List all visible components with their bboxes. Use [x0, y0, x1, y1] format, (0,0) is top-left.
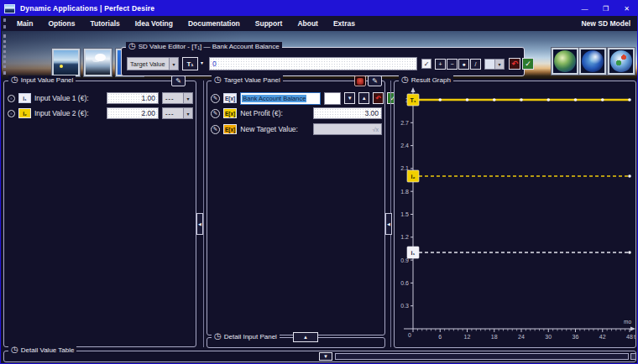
undo-button[interactable]: ↶	[509, 58, 520, 70]
divide-operator-button[interactable]: /	[470, 59, 481, 70]
horizontal-splitter-bar[interactable]	[335, 353, 629, 360]
edit-targets-button[interactable]: ✎	[368, 75, 382, 86]
target-name-input[interactable]: Bank Account Balance	[240, 92, 321, 105]
input1-value-field[interactable]: 1.00	[107, 92, 159, 104]
dropdown-arrow-icon: ▾	[494, 60, 504, 69]
input2-label: Input Value 2 (€):	[34, 109, 89, 117]
svg-text:24: 24	[518, 334, 525, 340]
input2-unit-dropdown[interactable]: --- ▾	[162, 107, 193, 119]
apply-checkbox[interactable]: ✓	[421, 59, 431, 69]
svg-text:i₁: i₁	[411, 250, 416, 256]
target-value-panel: ◷ Target Value Panel ✎ ✎ E[x] Bank Accou…	[207, 81, 385, 335]
edit-inputs-button[interactable]: ✎	[171, 75, 186, 86]
detail-value-table-title: Detail Value Table	[21, 346, 75, 354]
input2-radio[interactable]	[8, 110, 15, 117]
menu-item-tutorials[interactable]: Tutorials	[82, 19, 127, 28]
red-tool-icon	[357, 78, 363, 85]
new-target-badge: E[x]	[223, 124, 237, 134]
svg-text:0.6: 0.6	[400, 280, 409, 286]
clock-icon: ◷	[11, 75, 18, 84]
app-window: Dynamic Applications | Perfect Desire — …	[0, 0, 638, 364]
dropdown-arrow-icon: ▾	[183, 93, 192, 103]
clock-icon: ◷	[11, 346, 18, 354]
sd-value-editor-group: ◷ SD Value Editor - [T₁] — Bank Account …	[121, 47, 525, 76]
menu-item-documentation[interactable]: Documentation	[180, 19, 248, 28]
net-profit-value-field[interactable]: 3.00	[313, 107, 382, 119]
target-name-badge: E[x]	[223, 93, 237, 103]
close-button[interactable]: ✕	[616, 1, 637, 16]
svg-text:42: 42	[599, 334, 606, 340]
input1-radio[interactable]	[8, 95, 15, 102]
move-up-button[interactable]: ▲	[358, 92, 369, 104]
variable-selector-button[interactable]: T₁	[182, 57, 198, 70]
move-down-button[interactable]: ▼	[344, 92, 355, 104]
minimize-button[interactable]: —	[574, 1, 595, 16]
formula-value-input[interactable]: 0	[209, 57, 417, 70]
detail-value-table-panel: ◷ Detail Value Table ▼	[3, 351, 636, 362]
svg-text:0: 0	[408, 332, 411, 338]
globe-map-button[interactable]	[552, 48, 578, 75]
target-name-aux-field[interactable]	[324, 92, 341, 105]
svg-text:30: 30	[545, 334, 552, 340]
scenery-thumbnail-button-1[interactable]	[52, 49, 80, 76]
menu-item-main[interactable]: Main	[9, 19, 40, 28]
window-title: Dynamic Applications | Perfect Desire	[20, 4, 154, 13]
plus-operator-button[interactable]: +	[435, 59, 446, 70]
edit-row-icon[interactable]: ✎	[211, 109, 220, 118]
menu-item-idea-voting[interactable]: Idea Voting	[128, 19, 180, 28]
minus-operator-button[interactable]: −	[447, 59, 458, 70]
model-status-label: New SD Model	[581, 19, 637, 28]
undo-name-button[interactable]: ↶	[373, 92, 384, 104]
color-swatch-dropdown[interactable]: ▾	[484, 59, 505, 70]
target-row-new-value: ✎ E[x] New Target Value: √x	[211, 122, 382, 136]
target-value-panel-title: Target Value Panel	[224, 76, 280, 84]
app-icon	[4, 4, 15, 13]
svg-text:12: 12	[464, 334, 471, 340]
net-profit-badge: E[x]	[223, 108, 237, 118]
globe-earth-button[interactable]	[579, 48, 606, 75]
toolbar: ◷ SD Value Editor - [T₁] — Bank Account …	[2, 31, 637, 79]
svg-text:36: 36	[573, 334, 579, 340]
left-splitter-handle[interactable]: ◀	[196, 213, 203, 235]
menu-item-support[interactable]: Support	[248, 19, 290, 28]
maximize-button[interactable]: ❐	[595, 1, 616, 16]
detail-input-panel: ◷ Detail Input Panel ▲	[207, 337, 385, 348]
svg-text:T₁: T₁	[410, 97, 416, 103]
clock-icon: ◷	[214, 332, 222, 341]
scenery-thumbnail-button-2[interactable]	[84, 49, 112, 76]
svg-text:t: t	[634, 334, 635, 340]
target-tool-button[interactable]	[354, 75, 366, 86]
globe-earth-icon	[582, 50, 604, 72]
svg-text:1.5: 1.5	[400, 211, 409, 217]
input-value-panel-title: Input Value Panel	[21, 76, 74, 84]
right-splitter-handle[interactable]: ◀	[385, 213, 392, 235]
input-row-2: i₂ Input Value 2 (€): 2.00 --- ▾	[8, 107, 193, 120]
input1-label: Input Value 1 (€):	[34, 94, 89, 102]
expand-detail-input-button[interactable]: ▲	[293, 332, 318, 342]
multiply-operator-button[interactable]: ●	[458, 59, 469, 70]
expand-detail-table-button[interactable]: ▼	[319, 352, 332, 361]
new-target-value-field[interactable]: √x	[313, 123, 382, 135]
value-mode-dropdown[interactable]: Target Value ▾	[127, 57, 179, 70]
edit-row-icon[interactable]: ✎	[211, 94, 220, 103]
titlebar: Dynamic Applications | Perfect Desire — …	[1, 1, 637, 16]
svg-text:2.7: 2.7	[400, 120, 409, 126]
menu-item-options[interactable]: Options	[40, 19, 82, 28]
menu-grip-icon[interactable]	[3, 18, 6, 29]
variable-dropdown-arrow-icon[interactable]: ▾	[201, 60, 203, 65]
svg-text:18: 18	[491, 334, 498, 340]
menu-item-extras[interactable]: Extras	[326, 19, 363, 28]
dropdown-arrow-icon: ▾	[169, 58, 178, 70]
menu-item-about[interactable]: About	[290, 19, 326, 28]
sd-value-editor-title: SD Value Editor - [T₁] — Bank Account Ba…	[139, 43, 280, 50]
input2-value-field[interactable]: 2.00	[107, 107, 159, 119]
confirm-button[interactable]: ✓	[522, 58, 534, 70]
clock-icon: ◷	[214, 75, 222, 84]
svg-text:48: 48	[626, 334, 633, 340]
toolbar-grip-icon[interactable]	[3, 34, 6, 75]
input1-unit-dropdown[interactable]: --- ▾	[162, 92, 193, 104]
edit-row-icon[interactable]: ✎	[211, 125, 220, 134]
resize-grip[interactable]	[630, 353, 636, 360]
globe-world-button[interactable]	[608, 48, 635, 75]
input2-badge: i₂	[18, 108, 31, 118]
